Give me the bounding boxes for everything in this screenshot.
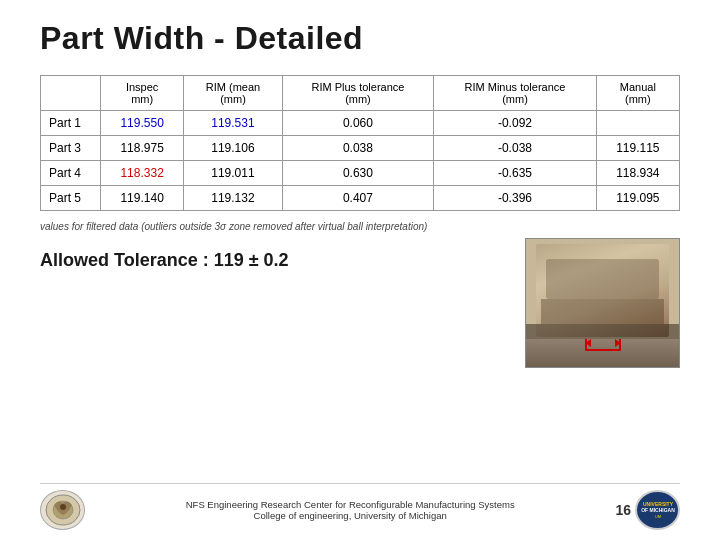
footnote: values for filtered data (outliers outsi… (40, 221, 680, 232)
cell-label: Part 3 (41, 136, 101, 161)
cell-rim-minus: -0.092 (434, 111, 596, 136)
svg-text:OF MICHIGAN: OF MICHIGAN (641, 507, 675, 513)
cell-manual: 118.934 (596, 161, 679, 186)
cell-rim-plus: 0.407 (282, 186, 434, 211)
cell-rim-plus: 0.630 (282, 161, 434, 186)
col-header-label (41, 76, 101, 111)
col-header-manual: Manual(mm) (596, 76, 679, 111)
cell-rim-minus: -0.635 (434, 161, 596, 186)
footer-logo-right: UNIVERSITY OF MICHIGAN UM (635, 490, 680, 530)
table-row: Part 4118.332119.0110.630-0.635118.934 (41, 161, 680, 186)
col-header-inspec: Inspecmm) (101, 76, 184, 111)
footer-line1: NFS Engineering Research Center for Reco… (93, 499, 607, 510)
cell-inspec: 119.550 (101, 111, 184, 136)
col-header-rim-plus: RIM Plus tolerance(mm) (282, 76, 434, 111)
left-content: Allowed Tolerance : 119 ± 0.2 (40, 238, 525, 271)
arrow-right-icon (615, 339, 621, 347)
data-table: Inspecmm) RIM (mean(mm) RIM Plus toleran… (40, 75, 680, 211)
cell-manual: 119.115 (596, 136, 679, 161)
footer: NFS Engineering Research Center for Reco… (40, 483, 680, 530)
col-header-rim-minus: RIM Minus tolerance(mm) (434, 76, 596, 111)
cell-rim-minus: -0.038 (434, 136, 596, 161)
cell-label: Part 1 (41, 111, 101, 136)
cell-manual (596, 111, 679, 136)
cell-rim-mean: 119.011 (184, 161, 282, 186)
arrow-left-icon (585, 339, 591, 347)
col-header-rim-mean: RIM (mean(mm) (184, 76, 282, 111)
cell-rim-mean: 119.106 (184, 136, 282, 161)
table-row: Part 1119.550119.5310.060-0.092 (41, 111, 680, 136)
engine-image (525, 238, 680, 368)
cell-rim-mean: 119.531 (184, 111, 282, 136)
cell-rim-plus: 0.060 (282, 111, 434, 136)
footer-text: NFS Engineering Research Center for Reco… (85, 499, 615, 521)
footer-logo-left (40, 490, 85, 530)
svg-point-2 (60, 504, 66, 510)
cell-manual: 119.095 (596, 186, 679, 211)
data-table-container: Inspecmm) RIM (mean(mm) RIM Plus toleran… (40, 75, 680, 211)
svg-text:UM: UM (654, 514, 660, 519)
allowed-tolerance: Allowed Tolerance : 119 ± 0.2 (40, 250, 525, 271)
footer-page-number: 16 (615, 502, 631, 518)
cell-rim-plus: 0.038 (282, 136, 434, 161)
table-row: Part 3118.975119.1060.038-0.038119.115 (41, 136, 680, 161)
cell-label: Part 4 (41, 161, 101, 186)
cell-label: Part 5 (41, 186, 101, 211)
cell-rim-minus: -0.396 (434, 186, 596, 211)
cell-inspec: 118.975 (101, 136, 184, 161)
bottom-section: Allowed Tolerance : 119 ± 0.2 (40, 238, 680, 483)
cell-rim-mean: 119.132 (184, 186, 282, 211)
cell-inspec: 118.332 (101, 161, 184, 186)
cell-inspec: 119.140 (101, 186, 184, 211)
footer-line2: College of engineering, University of Mi… (93, 510, 607, 521)
table-row: Part 5119.140119.1320.407-0.396119.095 (41, 186, 680, 211)
page-title: Part Width - Detailed (40, 20, 680, 57)
